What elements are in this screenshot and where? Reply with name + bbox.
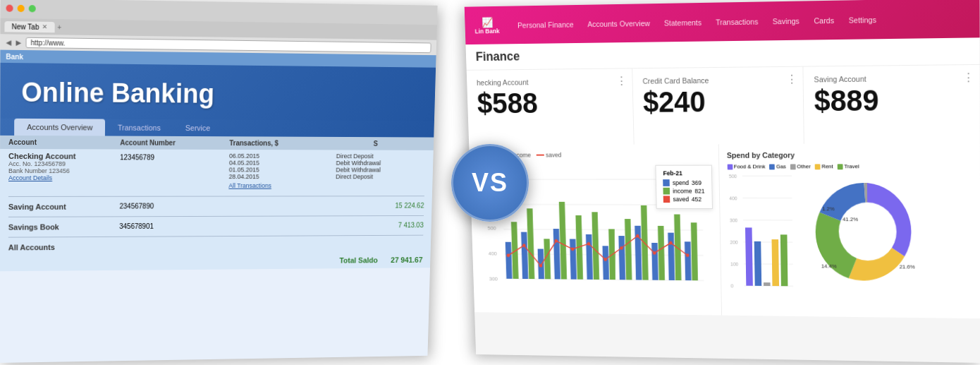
new-tab-button[interactable]: + [57, 23, 61, 31]
svg-text:41.2%: 41.2% [842, 216, 857, 222]
tx-type-1: Direct Deposit [336, 152, 438, 160]
checking-card-menu[interactable]: ⋮ [616, 74, 627, 88]
page-title: Finance [475, 49, 520, 64]
svg-rect-25 [625, 219, 632, 280]
svg-rect-21 [592, 212, 599, 280]
checking-bank-no: Bank Number 123456 [8, 167, 120, 174]
stats-spend-color [663, 179, 670, 186]
browser-tab[interactable]: New Tab ✕ [4, 20, 54, 32]
svg-rect-17 [559, 202, 567, 280]
nav-statements[interactable]: Statements [659, 15, 707, 30]
tab-close-icon[interactable]: ✕ [42, 23, 47, 30]
nav-settings[interactable]: Settings [843, 12, 882, 27]
tx-type-4: Direct Deposit [336, 173, 438, 180]
stats-saved-color [663, 196, 670, 203]
saving-card-menu[interactable]: ⋮ [963, 71, 974, 84]
tx-date-4: 28.04.2015 [229, 173, 336, 180]
modern-nav-items: Personal Finance Accounts Overview State… [512, 12, 882, 32]
legend-food-dot [727, 164, 733, 169]
legend-travel-label: Travel [844, 163, 859, 169]
credit-card: Credit Card Balance $240 ⋮ [632, 67, 804, 145]
divider-1 [8, 196, 424, 197]
svg-rect-26 [635, 226, 642, 280]
stats-income-row: income 821 [663, 188, 705, 195]
back-icon[interactable]: ◀ [6, 38, 11, 46]
legend-saved-line [536, 155, 544, 156]
nav-cards[interactable]: Cards [808, 13, 840, 28]
col-account: Account [8, 138, 120, 147]
legend-other-label: Other [797, 163, 810, 169]
vs-text: VS [472, 168, 508, 198]
nav-accounts-overview[interactable]: Accounts Overview [14, 119, 105, 136]
saving-card: Saving Account $889 ⋮ [804, 65, 980, 144]
col-number: Account Number [120, 139, 229, 147]
svg-rect-10 [506, 242, 513, 279]
nav-transactions[interactable]: Transactions [710, 14, 764, 29]
svg-rect-12 [521, 232, 528, 279]
tx-date-3: 01.05.2015 [229, 166, 336, 173]
checking-account-row: Checking Account Acc. No. 123456789 Bank… [0, 149, 434, 193]
old-banking-title: Online Banking [21, 77, 415, 110]
donut-svg: 41.2% 21.6% 14.4% 1.2% [802, 172, 933, 291]
svg-rect-16 [553, 229, 561, 279]
saving-account-row: Saving Account 234567890 15 224.62 [0, 199, 432, 214]
nav-transactions[interactable]: Transactions [105, 119, 173, 136]
nav-savings[interactable]: Savings [767, 13, 805, 28]
svg-rect-24 [618, 236, 625, 280]
saving-card-label: Saving Account [814, 73, 969, 83]
tx-type-3: Debit Withdrawal [336, 167, 437, 174]
svg-text:1.2%: 1.2% [821, 205, 834, 212]
close-btn[interactable] [6, 5, 13, 12]
spend-bar-chart: 0 100 200 300 400 500 [727, 172, 796, 289]
max-btn[interactable] [29, 5, 36, 12]
legend-food: Food & Drink [727, 164, 765, 170]
logo-icon: 📈 [482, 16, 493, 28]
tx-row-2: 04.05.2015 Debit Withdrawal -120,00 [229, 160, 438, 167]
svg-rect-11 [511, 222, 519, 279]
legend-gas-dot [769, 164, 775, 169]
account-details-link[interactable]: Account Details [8, 174, 120, 181]
modern-logo: 📈 Lin Bank [474, 16, 500, 35]
svg-text:300: 300 [489, 276, 498, 282]
checking-acc-no: Acc. No. 123456789 [8, 160, 120, 167]
svg-rect-20 [586, 234, 593, 280]
divider-2 [8, 215, 424, 217]
legend-rent-label: Rent [821, 163, 833, 169]
old-banking-header: Online Banking [0, 63, 436, 121]
credit-card-menu[interactable]: ⋮ [787, 73, 798, 86]
donut-chart-card: Spend by Category Food & Drink Gas Other [718, 143, 980, 318]
nav-personal-finance[interactable]: Personal Finance [512, 17, 579, 32]
credit-card-label: Credit Card Balance [642, 76, 792, 85]
svg-rect-18 [570, 239, 577, 279]
stats-spend-value: 369 [692, 179, 702, 186]
tx-type-2: Debit Withdrawal [336, 160, 438, 167]
legend-food-label: Food & Drink [734, 164, 766, 170]
modern-nav: 📈 Lin Bank Personal Finance Accounts Ove… [465, 0, 980, 44]
legend-other-dot [790, 164, 796, 169]
savings-book-number: 345678901 [119, 222, 228, 231]
svg-text:300: 300 [729, 218, 737, 223]
stats-title: Feb-21 [663, 169, 704, 176]
nav-accounts-overview[interactable]: Accounts Overview [582, 16, 655, 30]
min-btn[interactable] [18, 5, 25, 12]
forward-icon[interactable]: ▶ [16, 38, 21, 46]
svg-rect-33 [691, 222, 698, 280]
svg-rect-13 [527, 208, 534, 279]
svg-rect-29 [658, 226, 665, 280]
old-nav: Accounts Overview Transactions Service [0, 119, 434, 138]
checking-card: hecking Account $588 ⋮ [467, 68, 634, 145]
stats-saved-label: saved [673, 196, 689, 203]
nav-service[interactable]: Service [173, 119, 223, 136]
stats-saved-value: 452 [692, 196, 702, 203]
savings-book-row: Savings Book 345678901 7 413.03 [0, 219, 431, 234]
svg-rect-58 [745, 227, 753, 285]
savings-book-name: Savings Book [8, 222, 120, 232]
col-transactions: Transactions, $ [229, 139, 374, 148]
all-transactions-link[interactable]: All Transactions [228, 182, 271, 189]
stats-box: Feb-21 spend 369 income 821 saved [656, 165, 713, 209]
svg-rect-14 [538, 249, 544, 279]
donut-chart-title: Spend by Category [727, 150, 972, 160]
tx-row-4: 28.04.2015 Direct Deposit 3260,00 [229, 173, 438, 180]
svg-line-7 [503, 229, 703, 230]
legend-travel: Travel [837, 163, 859, 169]
